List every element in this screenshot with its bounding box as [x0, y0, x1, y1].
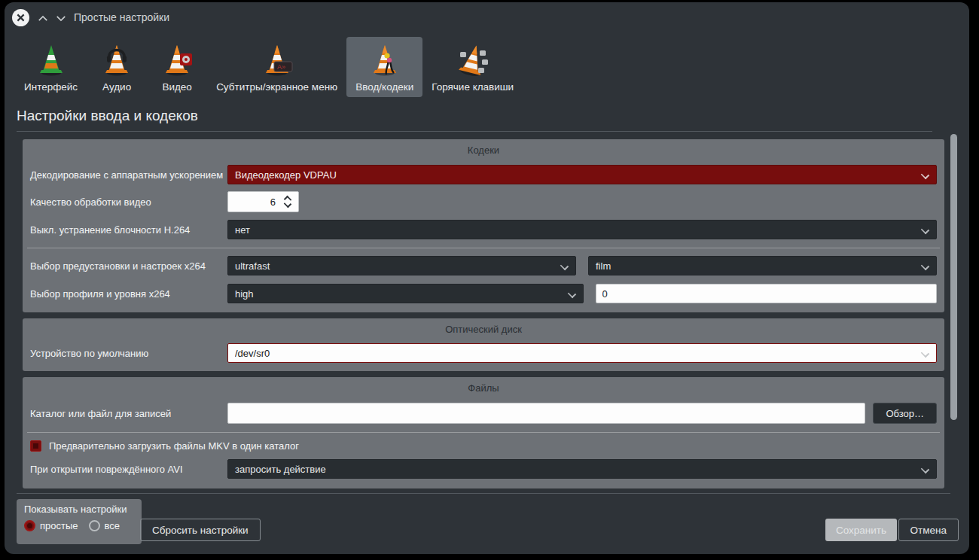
- tab-label: Видео: [162, 81, 191, 93]
- tab-hotkeys[interactable]: Горячие клавиши: [422, 37, 523, 97]
- radio-all[interactable]: [89, 520, 100, 531]
- codecs-group: Кодеки Декодирование с аппаратным ускоре…: [23, 139, 944, 312]
- subtitles-cone-icon: A»: [256, 40, 298, 79]
- x264-preset-value: ultrafast: [235, 260, 270, 272]
- files-group: Файлы Каталог или файл для записей Обзор…: [23, 377, 944, 488]
- tab-label: Ввод/кодеки: [355, 81, 413, 93]
- record-dir-label: Каталог или файл для записей: [30, 408, 227, 419]
- show-settings-groupbox: Показывать настройки простые все: [17, 499, 142, 544]
- hw-decoding-label: Декодирование с аппаратным ускорением: [30, 169, 227, 181]
- tab-video[interactable]: Видео: [147, 37, 207, 97]
- video-cone-icon: [156, 40, 198, 79]
- optical-disc-group: Оптический диск Устройство по умолчанию: [23, 318, 944, 371]
- shade-up-button[interactable]: [36, 12, 50, 24]
- mkv-preload-checkbox[interactable]: [30, 440, 41, 452]
- hw-decoding-value: Видеодекодер VDPAU: [235, 169, 337, 181]
- x264-preset-row: Выбор предустановки и настроек x264 ultr…: [30, 256, 937, 275]
- page-title: Настройки ввода и кодеков: [17, 108, 198, 124]
- input-codecs-cone-icon: [364, 40, 406, 79]
- tab-interface[interactable]: Интерфейс: [15, 37, 87, 97]
- tab-label: Субтитры/экранное меню: [216, 81, 337, 93]
- tab-label: Горячие клавиши: [432, 81, 514, 93]
- deblocking-label: Выкл. устранение блочности H.264: [30, 224, 227, 236]
- optical-heading: Оптический диск: [30, 318, 937, 335]
- mkv-preload-row[interactable]: Предварительно загрузить файлы MKV в оди…: [30, 440, 937, 452]
- mkv-preload-label: Предварительно загрузить файлы MKV в оди…: [49, 440, 299, 452]
- x264-preset-label: Выбор предустановки и настроек x264: [30, 260, 227, 272]
- cancel-button[interactable]: Отмена: [898, 519, 959, 541]
- svg-text:A»: A»: [277, 63, 285, 71]
- title-divider: [17, 131, 932, 132]
- audio-cone-icon: [96, 40, 138, 79]
- radio-simple-label: простые: [40, 520, 78, 531]
- x264-profile-row: Выбор профиля и уровня x264 high: [30, 284, 937, 303]
- vertical-scrollbar[interactable]: [950, 134, 957, 420]
- footer-divider: [17, 493, 950, 494]
- x264-profile-select[interactable]: high: [227, 284, 584, 303]
- chevron-down-icon: [56, 15, 66, 22]
- x264-profile-label: Выбор профиля и уровня x264: [30, 288, 227, 300]
- close-button[interactable]: [12, 9, 29, 26]
- x264-preset-select[interactable]: ultrafast: [227, 256, 576, 275]
- default-device-label: Устройство по умолчанию: [30, 348, 227, 359]
- checkbox-mark: [33, 443, 38, 449]
- hotkeys-cone-icon: [452, 40, 494, 79]
- hw-decoding-select[interactable]: Видеодекодер VDPAU: [227, 165, 937, 184]
- deblocking-row: Выкл. устранение блочности H.264 нет: [30, 220, 937, 239]
- show-settings-title: Показывать настройки: [24, 504, 134, 515]
- save-button[interactable]: Сохранить: [825, 519, 897, 541]
- interface-cone-icon: [30, 40, 72, 79]
- deblocking-select[interactable]: нет: [227, 220, 937, 239]
- x264-tune-value: film: [596, 260, 611, 272]
- hw-decoding-row: Декодирование с аппаратным ускорением Ви…: [30, 165, 937, 184]
- shade-down-button[interactable]: [54, 12, 68, 24]
- files-divider: [27, 432, 940, 433]
- preferences-tabbar: Интерфейс Аудио Видео A» Субтитры/экранн…: [15, 37, 523, 97]
- damaged-avi-row: При открытии повреждённого AVI запросить…: [30, 459, 937, 479]
- x264-level-input[interactable]: [596, 284, 938, 303]
- damaged-avi-select[interactable]: запросить действие: [227, 459, 937, 479]
- x264-tune-select[interactable]: film: [588, 256, 937, 275]
- browse-button[interactable]: Обзор…: [873, 403, 937, 424]
- tab-input-codecs[interactable]: Ввод/кодеки: [346, 37, 422, 97]
- chevron-up-icon: [38, 15, 48, 22]
- default-device-row: Устройство по умолчанию: [30, 343, 937, 363]
- spinner-arrows[interactable]: [284, 194, 293, 211]
- tab-subtitles-osd[interactable]: A» Субтитры/экранное меню: [207, 37, 346, 97]
- spin-down-icon[interactable]: [284, 200, 291, 208]
- video-quality-spinner[interactable]: [227, 191, 299, 212]
- close-icon: [17, 14, 25, 22]
- deblocking-value: нет: [235, 224, 250, 236]
- tab-label: Интерфейс: [24, 81, 78, 93]
- reset-settings-button[interactable]: Сбросить настройки: [140, 519, 261, 541]
- record-dir-row: Каталог или файл для записей Обзор…: [30, 403, 937, 424]
- window-title: Простые настройки: [74, 11, 169, 23]
- default-device-combobox[interactable]: [227, 343, 937, 363]
- damaged-avi-label: При открытии повреждённого AVI: [30, 464, 227, 475]
- record-dir-input[interactable]: [227, 403, 865, 424]
- preferences-window: Простые настройки Интерфейс Аудио Видео …: [5, 2, 969, 554]
- titlebar: Простые настройки: [5, 2, 969, 34]
- radio-simple[interactable]: [24, 520, 35, 531]
- codecs-divider: [27, 248, 940, 248]
- damaged-avi-value: запросить действие: [235, 464, 326, 475]
- tab-label: Аудио: [102, 81, 131, 93]
- x264-profile-value: high: [235, 288, 254, 300]
- default-device-input[interactable]: [228, 348, 936, 359]
- codecs-heading: Кодеки: [30, 139, 937, 156]
- files-heading: Файлы: [30, 377, 937, 394]
- video-quality-label: Качество обработки видео: [30, 196, 227, 208]
- radio-all-label: все: [105, 520, 120, 531]
- tab-audio[interactable]: Аудио: [87, 37, 147, 97]
- video-quality-row: Качество обработки видео: [30, 191, 937, 212]
